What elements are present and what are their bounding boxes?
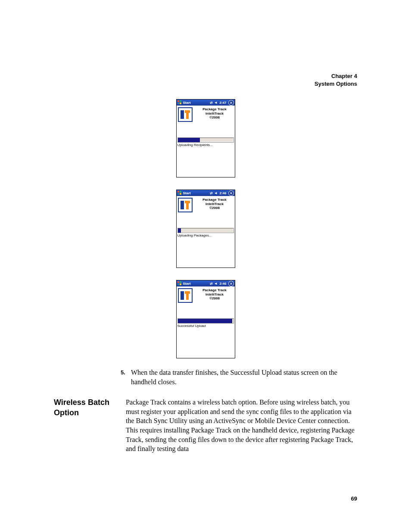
- app-title-line: ©2008: [196, 206, 234, 210]
- progress-fill: [178, 228, 181, 233]
- app-header: Package Track IntelliTrack ©2008: [177, 286, 235, 304]
- app-header: Package Track IntelliTrack ©2008: [177, 196, 235, 213]
- app-header: Package Track IntelliTrack ©2008: [177, 106, 235, 123]
- app-title-line: ©2008: [196, 115, 234, 120]
- step-item: 5. When the data transfer finishes, the …: [121, 368, 357, 386]
- status-text: Uploading Recipients...: [177, 143, 235, 147]
- close-icon[interactable]: [228, 100, 234, 106]
- windows-logo-icon: [177, 191, 182, 195]
- close-icon[interactable]: [228, 190, 234, 196]
- progress-wrap: [177, 318, 235, 324]
- intellitrack-logo-icon: [178, 198, 193, 212]
- step-number: 5.: [121, 368, 131, 386]
- start-button[interactable]: Start: [183, 101, 191, 105]
- intellitrack-logo-icon: [178, 288, 193, 303]
- progress-wrap: [177, 137, 235, 143]
- status-text: Uploading Packages...: [177, 233, 235, 237]
- sync-icon: [209, 100, 213, 105]
- clock-time: 2:47: [219, 101, 226, 105]
- progress-bar: [177, 137, 234, 143]
- chapter-title: System Options: [314, 80, 357, 88]
- app-title-line: Package Track: [196, 107, 234, 112]
- app-title-line: ©2008: [196, 296, 234, 301]
- intellitrack-logo-icon: [178, 107, 193, 122]
- start-button[interactable]: Start: [183, 191, 191, 195]
- chapter-label: Chapter 4: [314, 72, 357, 80]
- titlebar: Start 2:46: [177, 190, 235, 196]
- sync-icon: [209, 281, 213, 286]
- progress-bar: [177, 318, 234, 324]
- clock-time: 2:46: [219, 191, 226, 195]
- windows-logo-icon: [177, 281, 182, 286]
- app-title: Package Track IntelliTrack ©2008: [196, 107, 234, 120]
- app-title: Package Track IntelliTrack ©2008: [196, 198, 234, 210]
- app-title-line: IntelliTrack: [196, 292, 234, 297]
- titlebar: Start 2:47: [177, 100, 235, 106]
- progress-bar: [177, 228, 234, 233]
- device-screenshot: Start 2:46 Package Track: [176, 190, 235, 268]
- speaker-icon: [214, 191, 218, 195]
- section-heading: Wireless Batch Option: [54, 398, 126, 454]
- app-title-line: Package Track: [196, 198, 234, 202]
- app-title-line: IntelliTrack: [196, 112, 234, 116]
- app-title-line: IntelliTrack: [196, 202, 234, 206]
- close-icon[interactable]: [228, 281, 234, 286]
- app-title: Package Track IntelliTrack ©2008: [196, 288, 234, 301]
- section: Wireless Batch Option Package Track cont…: [54, 398, 357, 454]
- speaker-icon: [214, 281, 218, 286]
- device-screenshot: Start 2:46 Package Track: [176, 280, 235, 358]
- body-text: 5. When the data transfer finishes, the …: [54, 368, 357, 454]
- device-screenshot: Start 2:47 Package Track: [176, 99, 235, 177]
- step-text: When the data transfer finishes, the Suc…: [131, 368, 357, 386]
- windows-logo-icon: [177, 100, 182, 105]
- app-title-line: Package Track: [196, 288, 234, 292]
- screenshot-stack: Start 2:47 Package Track: [54, 99, 357, 358]
- page: Chapter 4 System Options Start 2:47: [0, 0, 411, 532]
- progress-fill: [178, 319, 232, 323]
- speaker-icon: [214, 100, 218, 105]
- page-number: 69: [351, 495, 357, 502]
- progress-fill: [178, 138, 200, 142]
- sync-icon: [209, 191, 213, 195]
- start-button[interactable]: Start: [183, 282, 191, 286]
- progress-wrap: [177, 228, 235, 233]
- titlebar: Start 2:46: [177, 280, 235, 286]
- status-text: Successful Upload: [177, 324, 235, 328]
- clock-time: 2:46: [219, 282, 226, 286]
- page-header: Chapter 4 System Options: [314, 72, 357, 87]
- section-body: Package Track contains a wireless batch …: [126, 398, 357, 454]
